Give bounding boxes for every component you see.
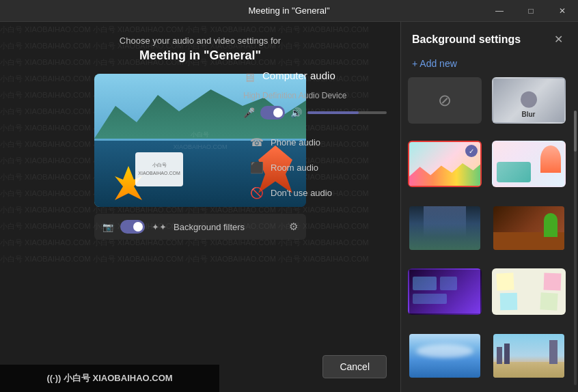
computer-audio-label: Computer audio — [262, 70, 335, 81]
minimize-button[interactable]: — — [484, 0, 515, 22]
bg-filters-label: Background filters — [174, 222, 282, 232]
background-grid: ⊘ Blur ✓ — [401, 77, 578, 392]
titlebar-title: Meeting in "General" — [248, 5, 329, 16]
bg-thumbnail-office[interactable] — [492, 205, 566, 251]
no-audio-option[interactable]: 🚫 Don't use audio — [243, 181, 387, 205]
bg-thumbnail-none[interactable]: ⊘ — [408, 77, 482, 124]
volume-row: 🎤 🔊 — [243, 106, 387, 120]
room-audio-icon: ⬛ — [250, 161, 264, 174]
add-new-label: + Add new — [412, 58, 457, 69]
room-audio-option[interactable]: ⬛ Room audio — [243, 156, 387, 180]
speaker-icon: 🔊 — [290, 107, 302, 118]
video-controls-bar: 📷 ✦✦ Background filters ⚙ — [94, 214, 306, 240]
computer-audio-icon: 🖥 — [243, 71, 256, 85]
dialog-title: Meeting in "General" — [120, 48, 281, 63]
audio-device-label: High Definition Audio Device — [243, 91, 387, 100]
camera-icon: 📷 — [102, 222, 113, 232]
titlebar-controls: — □ ✕ — [484, 0, 578, 22]
computer-audio-option[interactable]: 🖥 Computer audio — [243, 70, 387, 87]
volume-fill — [307, 111, 359, 114]
bg-thumbnail-city[interactable] — [492, 333, 566, 379]
add-new-button[interactable]: + Add new — [401, 54, 578, 77]
watermark-text: ((·)) 小白号 XIAOBAIHAO.COM — [46, 372, 172, 384]
scroll-thumb — [574, 111, 577, 152]
blur-person-head — [521, 92, 537, 108]
maximize-button[interactable]: □ — [515, 0, 547, 22]
video-watermark: 小白号XIAOBAIHAO.COM — [173, 128, 227, 153]
volume-slider[interactable] — [307, 111, 387, 114]
bg-thumbnail-blur[interactable]: Blur — [492, 77, 566, 124]
titlebar: Meeting in "General" — □ ✕ — [0, 0, 578, 22]
camera-toggle[interactable] — [120, 220, 145, 234]
blur-label: Blur — [522, 111, 536, 118]
audio-panel: 🖥 Computer audio High Definition Audio D… — [243, 70, 387, 206]
mic-toggle[interactable] — [260, 106, 285, 120]
left-panel: 小白号 XIAOBAIHAO.COM 小白号 XIAOBAIHAO.COM 小白… — [0, 22, 400, 392]
no-audio-label: Don't use audio — [271, 188, 332, 198]
sparkle-icon: ✦✦ — [152, 222, 167, 232]
dialog-subtitle: Choose your audio and video settings for — [120, 36, 281, 46]
room-audio-label: Room audio — [271, 163, 318, 173]
bg-thumbnail-room[interactable] — [408, 205, 482, 251]
bg-settings-close-button[interactable]: ✕ — [550, 31, 567, 47]
microphone-icon: 🎤 — [243, 107, 255, 118]
background-settings-panel: Background settings ✕ + Add new ⊘ Blur ✓ — [400, 22, 578, 392]
dialog-header: Choose your audio and video settings for… — [120, 36, 281, 63]
bg-thumbnail-colorful[interactable] — [492, 141, 566, 187]
gear-icon[interactable]: ⚙ — [289, 221, 298, 233]
bottom-watermark: ((·)) 小白号 XIAOBAIHAO.COM — [0, 365, 219, 392]
no-bg-icon: ⊘ — [438, 91, 452, 110]
phone-audio-label: Phone audio — [271, 137, 320, 148]
bg-thumbnail-ocean[interactable] — [408, 333, 482, 379]
bg-settings-header: Background settings ✕ — [401, 22, 578, 54]
bg-thumbnail-purple[interactable] — [408, 268, 482, 315]
no-audio-icon: 🚫 — [250, 186, 264, 199]
phone-audio-option[interactable]: ☎ Phone audio — [243, 130, 387, 154]
main-container: 小白号 XIAOBAIHAO.COM 小白号 XIAOBAIHAO.COM 小白… — [0, 22, 578, 392]
bg-thumbnail-wave[interactable]: ✓ — [408, 141, 482, 187]
phone-audio-icon: ☎ — [250, 136, 264, 149]
cancel-button[interactable]: Cancel — [322, 355, 387, 378]
bg-settings-title: Background settings — [412, 33, 521, 46]
scroll-indicator[interactable] — [574, 111, 577, 385]
close-button[interactable]: ✕ — [547, 0, 578, 22]
bg-thumbnail-sticky[interactable] — [492, 268, 566, 315]
